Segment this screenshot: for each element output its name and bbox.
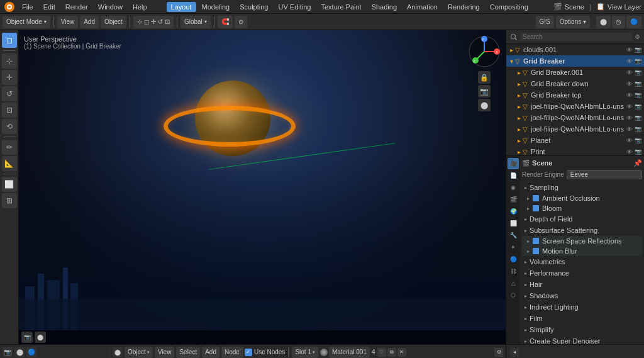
render-icon[interactable]: 📷 — [635, 137, 641, 143]
workspace-animation[interactable]: Animation — [402, 2, 442, 12]
node-view-btn[interactable]: View — [155, 347, 175, 358]
workspace-compositing[interactable]: Compositing — [486, 2, 533, 12]
render-icon[interactable]: 📷 — [635, 92, 641, 98]
render-icon[interactable]: 📷 — [635, 148, 641, 155]
use-nodes-checkbox-icon[interactable]: ✓ — [245, 349, 252, 356]
snap-btn[interactable]: 🧲 — [218, 16, 233, 28]
outliner-item-gb-top[interactable]: ▸ ▽ Grid Breaker top 👁 📷 — [506, 89, 644, 101]
node-editor-type-icon[interactable]: ⬤ — [113, 347, 123, 357]
material-dropdown[interactable]: Material.001 — [329, 347, 370, 358]
workspace-sculpting[interactable]: Sculpting — [235, 2, 272, 12]
node-node-btn[interactable]: Node — [221, 347, 243, 358]
node-object-dropdown[interactable]: Object ▾ — [125, 347, 153, 358]
menu-window[interactable]: Window — [94, 2, 127, 12]
outliner-filter-btn[interactable]: ⚙ — [635, 33, 640, 40]
object-menu-btn[interactable]: Object — [101, 16, 126, 28]
transform-orientation[interactable]: Global ▾ — [180, 16, 211, 28]
minimap-camera-btn[interactable]: 📷 — [3, 347, 13, 357]
menu-help[interactable]: Help — [128, 2, 152, 12]
tool-rotate[interactable]: ↺ — [2, 86, 17, 101]
prop-tab-data[interactable]: △ — [508, 277, 519, 289]
prop-tab-material[interactable]: ⬡ — [508, 289, 519, 301]
material-heart-btn[interactable]: ♡ — [377, 348, 386, 357]
visibility-icon[interactable]: 👁 — [626, 137, 633, 144]
transform-icons[interactable]: ⊹ ◻ ✛ ↺ ⊡ — [133, 16, 174, 28]
overlay-btn[interactable]: 🔵 — [626, 16, 641, 28]
tool-move[interactable]: ✛ — [2, 70, 17, 85]
node-slot-dropdown[interactable]: Slot 1 ▾ — [292, 347, 318, 358]
proportional-edit-btn[interactable]: ⊙ — [235, 16, 247, 28]
render-icon[interactable]: 📷 — [635, 58, 641, 64]
tool-annotate[interactable]: ✏ — [2, 140, 17, 155]
section-indirect-lighting[interactable]: ▸ Indirect Lighting — [522, 301, 642, 313]
node-select-btn[interactable]: Select — [176, 347, 200, 358]
workspace-texture-paint[interactable]: Texture Paint — [316, 2, 365, 12]
section-sss[interactable]: ▸ Subsurface Scattering — [522, 225, 642, 236]
menu-file[interactable]: File — [18, 2, 38, 12]
section-hair[interactable]: ▸ Hair — [522, 279, 642, 290]
visibility-icon[interactable]: 👁 — [626, 115, 633, 121]
use-nodes-toggle[interactable]: ✓ Use Nodes — [245, 349, 285, 356]
workspace-uv-editing[interactable]: UV Editing — [274, 2, 315, 12]
prop-tab-constraints[interactable]: ⛓ — [508, 266, 519, 277]
outliner-item-joel1[interactable]: ▸ ▽ joel-filipe-QwoNAHbmLLo-uns 👁 📷 — [506, 101, 644, 112]
outliner-search-input[interactable] — [520, 33, 632, 41]
render-icon[interactable]: 📷 — [635, 126, 641, 132]
minimap-viewport[interactable]: 📷 ⬤ 🔵 ▸ — [0, 345, 110, 358]
section-volumetrics[interactable]: ▸ Volumetrics — [522, 256, 642, 267]
tool-scale[interactable]: ⊡ — [2, 103, 17, 118]
menu-render[interactable]: Render — [61, 2, 92, 12]
camera-view-btn[interactable]: 📷 — [478, 85, 491, 98]
outliner-item-planet[interactable]: ▸ ▽ Planet 👁 📷 — [506, 135, 644, 146]
node-editor-settings-btn[interactable]: ⚙ — [494, 348, 503, 357]
prop-tab-scene[interactable]: 🎬 — [508, 194, 519, 205]
visibility-icon[interactable]: 👁 — [626, 126, 633, 133]
visibility-icon[interactable]: 👁 — [626, 81, 633, 87]
outliner-item-grid-breaker[interactable]: ▾ ▽ Grid Breaker 👁 📷 — [506, 55, 644, 67]
minimap-mode-btn[interactable]: ⬤ — [14, 347, 25, 357]
prop-tab-modifier[interactable]: 🔧 — [508, 230, 519, 241]
node-add-btn[interactable]: Add — [202, 347, 219, 358]
render-icon[interactable]: 📷 — [635, 103, 641, 109]
xray-btn[interactable]: ◎ — [612, 16, 625, 28]
section-performance[interactable]: ▸ Performance — [522, 267, 642, 279]
prop-tab-view-layer[interactable]: ◉ — [508, 182, 519, 193]
visibility-icon[interactable]: 👁 — [626, 103, 633, 110]
section-ambient-occlusion[interactable]: ▸ Ambient Occlusion — [522, 193, 642, 203]
ssr-checkbox-icon[interactable] — [533, 238, 539, 244]
render-icon[interactable]: 📷 — [635, 47, 641, 53]
3d-viewport[interactable]: User Perspective (1) Scene Collection | … — [19, 30, 506, 344]
outliner-item-print[interactable]: ▸ ▽ Print 👁 📷 — [506, 146, 644, 155]
render-preview-btn[interactable]: ⬤ — [478, 99, 491, 111]
section-simplify[interactable]: ▸ Simplify — [522, 324, 642, 335]
section-motion-blur[interactable]: ▸ Motion Blur — [522, 246, 642, 256]
minimap-type-btn[interactable]: 🔵 — [26, 347, 36, 357]
prop-tab-output[interactable]: 📄 — [508, 170, 519, 181]
render-icon[interactable]: 📷 — [635, 81, 641, 87]
view-layer-name[interactable]: View Layer — [608, 3, 641, 11]
node-editor[interactable]: ⬤ Object ▾ View Select Add Node ✓ Use No… — [110, 345, 506, 358]
visibility-icon[interactable]: 👁 — [626, 69, 633, 76]
viewport-camera-icon[interactable]: 📷 — [21, 332, 33, 343]
options-btn[interactable]: Options ▾ — [556, 16, 590, 28]
tool-add-cube[interactable]: ⬜ — [2, 177, 17, 192]
prop-tab-object[interactable]: ⬜ — [508, 218, 519, 229]
section-ssr[interactable]: ▸ Screen Space Reflections — [522, 236, 642, 246]
section-film[interactable]: ▸ Film — [522, 313, 642, 324]
outliner-item-clouds[interactable]: ▸ ▽ clouds.001 👁 📷 — [506, 44, 644, 55]
prop-tab-render[interactable]: 🎥 — [508, 158, 519, 169]
outliner-item-gb001[interactable]: ▸ ▽ Grid Breaker.001 👁 📷 — [506, 67, 644, 78]
viewport-overlays[interactable]: GIS — [536, 16, 554, 28]
viewport-shading-btn[interactable]: ⬤ — [596, 16, 611, 28]
mode-dropdown[interactable]: Object Mode ▾ — [3, 16, 50, 28]
prop-tab-particles[interactable]: ✦ — [508, 242, 519, 253]
render-icon[interactable]: 📷 — [635, 115, 641, 121]
workspace-modeling[interactable]: Modeling — [197, 2, 235, 12]
visibility-icon[interactable]: 👁 — [626, 92, 633, 99]
section-shadows[interactable]: ▸ Shadows — [522, 290, 642, 301]
bloom-checkbox-icon[interactable] — [533, 205, 539, 211]
visibility-icon[interactable]: 👁 — [626, 58, 633, 65]
visibility-icon[interactable]: 👁 — [626, 148, 633, 155]
scene-name[interactable]: Scene — [565, 3, 584, 11]
outliner-item-joel3[interactable]: ▸ ▽ joel-filipe-QwoNAHbmLLo-uns 👁 📷 — [506, 123, 644, 135]
